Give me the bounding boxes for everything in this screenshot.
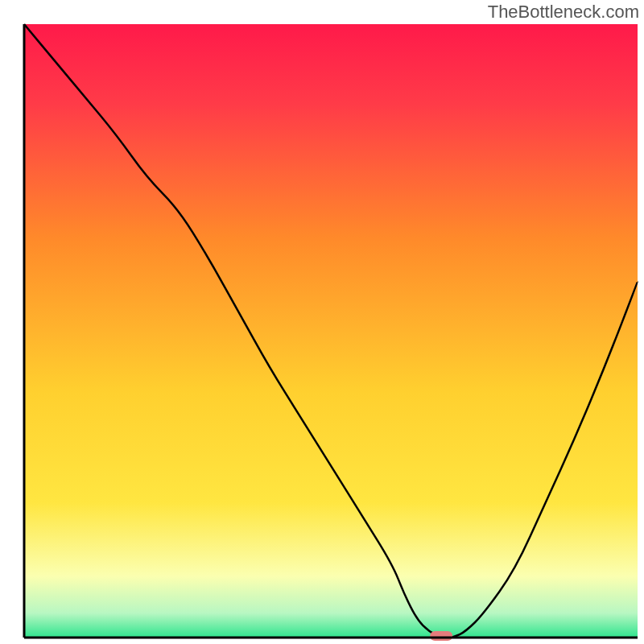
plot-background xyxy=(24,24,638,638)
optimum-marker xyxy=(430,631,452,641)
chart-container: { "watermark": "TheBottleneck.com", "col… xyxy=(0,0,644,644)
bottleneck-line-chart xyxy=(0,0,644,644)
watermark-text: TheBottleneck.com xyxy=(488,2,639,23)
